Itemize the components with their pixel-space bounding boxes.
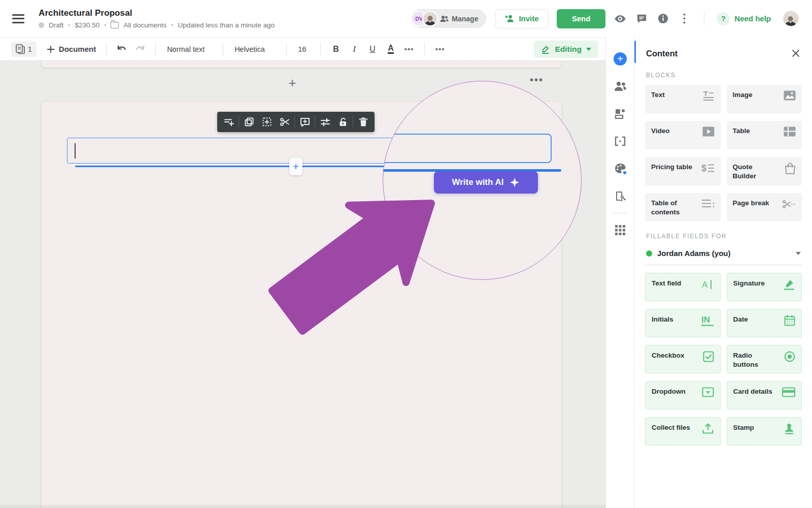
duplicate-block-icon[interactable] [240,112,258,132]
send-button[interactable]: Send [557,9,606,28]
text-color-button[interactable]: A [383,42,399,57]
panel-body: BLOCKS Text Image Video Tab [635,60,812,508]
breadcrumb[interactable]: All documents [123,21,166,29]
block-card-pricing-table[interactable]: Pricing table $ [645,157,721,185]
quote-builder-icon [785,163,796,175]
block-card-table-of-contents[interactable]: Table of contents [645,193,721,221]
need-help-button[interactable]: ? Need help [717,12,771,25]
block-floating-toolbar [217,112,375,132]
plus-icon: + [614,52,627,66]
add-page-plus-button[interactable]: + [286,76,299,89]
hamburger-menu-icon[interactable] [12,14,24,23]
info-icon[interactable] [656,12,669,25]
magnified-text-block [383,134,552,163]
field-card-radio-buttons[interactable]: Radio buttons [727,345,802,373]
layout-blocks-icon [614,108,626,120]
blocks-grid: Text Image Video Table [645,85,802,221]
chevron-down-icon [796,252,801,255]
page-count-chip[interactable]: 1 [11,42,37,57]
svg-text:IN: IN [701,315,710,325]
undo-button[interactable] [114,42,130,57]
add-content-tab[interactable]: + [610,45,630,73]
recipients-tab[interactable] [610,73,630,100]
page-options-button[interactable]: ••• [530,74,544,86]
italic-button[interactable]: I [346,42,362,57]
avatar[interactable] [422,11,438,26]
page-break-icon [782,199,796,210]
automation-icon [614,190,626,202]
paragraph-style-select[interactable]: Normal text [163,45,216,53]
fillable-section-label: FILLABLE FIELDS FOR [646,233,801,240]
status-dot-icon [39,22,44,28]
folder-icon [111,22,119,28]
document-amount: $230.50 [75,21,99,29]
underline-button[interactable]: U [364,42,381,57]
comments-icon[interactable] [635,12,648,25]
pricing-table-icon: $ [701,163,715,174]
field-card-initials[interactable]: Initials IN [645,309,721,337]
bold-button[interactable]: B [328,42,344,57]
editing-mode-dropdown[interactable]: Editing [534,41,598,58]
cut-block-icon[interactable] [276,112,293,132]
radio-buttons-icon [784,351,795,362]
delete-block-icon[interactable] [354,112,372,132]
block-settings-icon[interactable] [316,112,334,132]
field-card-signature[interactable]: Signature [727,273,802,301]
insert-block-plus-button[interactable]: + [289,157,302,175]
block-card-quote-builder[interactable]: Quote Builder [727,157,802,185]
invite-button[interactable]: Invite [495,9,548,28]
text-block-icon [702,90,715,102]
header-actions: DV Manage Invite Send [411,9,799,28]
add-document-button[interactable]: Document [44,45,99,53]
more-formatting-button[interactable]: ••• [401,42,417,57]
block-card-table[interactable]: Table [727,121,802,149]
close-icon[interactable] [791,48,801,58]
more-tools-button[interactable]: ••• [432,42,448,57]
updated-timestamp: Updated less than a minute ago [178,21,275,29]
people-icon [440,15,449,22]
add-text-rows-icon[interactable] [220,112,238,132]
redo-button[interactable] [132,42,148,57]
field-card-stamp[interactable]: Stamp [727,417,802,446]
fields-grid: Text field A Signature Initials IN Date [645,273,802,446]
kebab-menu-icon[interactable] [678,12,691,25]
card-details-icon [782,387,795,397]
field-card-dropdown[interactable]: Dropdown [645,381,721,409]
automations-tab[interactable] [610,182,630,210]
image-block-icon [784,90,796,101]
apps-tab[interactable] [610,216,630,244]
document-tab-label: Document [59,45,96,53]
text-field-icon: A [702,279,714,290]
field-card-collect-files[interactable]: Collect files [645,417,721,446]
invite-button-label: Invite [519,14,538,23]
lock-block-icon[interactable] [334,112,352,132]
write-with-ai-label: Write with AI [452,177,504,187]
page-count: 1 [28,45,32,53]
font-size-select[interactable]: 16 [294,45,313,53]
document-canvas: + ••• + [0,61,605,508]
field-card-card-details[interactable]: Card details [727,381,802,409]
field-card-date[interactable]: Date [727,309,802,337]
assignee-status-dot [646,250,652,257]
manage-button[interactable]: DV Manage [411,9,486,28]
blocks-layout-tab[interactable] [610,100,630,128]
add-comment-icon[interactable] [296,112,314,132]
field-card-checkbox[interactable]: Checkbox [645,345,721,373]
svg-text:A: A [702,280,708,290]
user-avatar[interactable] [783,11,799,26]
block-card-text[interactable]: Text [645,85,721,113]
design-theme-tab[interactable] [610,155,630,182]
save-as-content-block-icon[interactable] [258,112,276,132]
block-card-image[interactable]: Image [727,85,802,113]
preview-eye-icon[interactable] [614,12,627,25]
video-block-icon [702,126,715,137]
block-card-video[interactable]: Video [645,121,721,149]
block-card-page-break[interactable]: Page break [727,193,802,221]
font-family-select[interactable]: Helvetica [230,45,279,53]
title-block: Architectural Proposal Draft • $230.50 •… [39,8,411,29]
variables-tab[interactable] [610,128,630,155]
assignee-dropdown[interactable]: Jordan Adams (you) [645,246,802,265]
write-with-ai-button[interactable]: Write with AI [434,171,538,194]
field-card-text-field[interactable]: Text field A [645,273,721,301]
canvas-bottom-shade [0,505,605,508]
